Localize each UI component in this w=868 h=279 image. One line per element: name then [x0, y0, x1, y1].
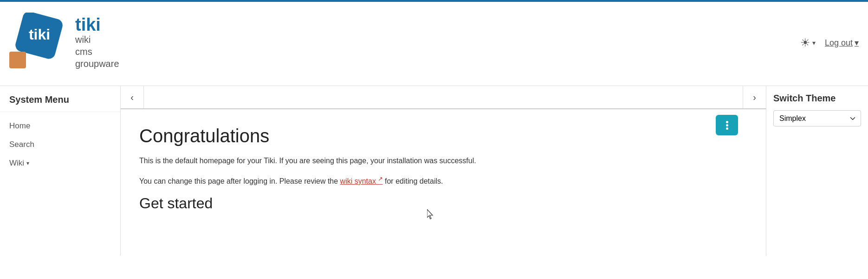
sidebar-item-wiki[interactable]: Wiki ▾ — [0, 154, 120, 173]
logout-button[interactable]: Log out ▾ — [825, 38, 859, 48]
external-link-icon: ↗ — [376, 175, 383, 182]
content-wrapper: ‹ › Congratulatio — [121, 86, 766, 256]
switch-theme-title: Switch Theme — [773, 93, 861, 104]
content-area: Congratulations This is the default home… — [121, 109, 766, 256]
theme-toggle-button[interactable]: ☀ ▾ — [800, 36, 816, 49]
actions-menu-button[interactable] — [716, 115, 738, 135]
sun-icon: ☀ — [800, 36, 810, 49]
logo-subtext: wiki cms groupware — [75, 33, 119, 70]
nav-bar: ‹ › — [121, 86, 766, 109]
logo-text: tiki wiki cms groupware — [75, 16, 119, 70]
get-started-heading: Get started — [139, 195, 747, 212]
logo-badge-icon — [9, 52, 26, 68]
nav-spacer — [144, 86, 743, 108]
logo-brand: tiki — [75, 16, 119, 33]
top-right-controls: ☀ ▾ Log out ▾ — [800, 36, 859, 49]
logout-label: Log out — [825, 38, 853, 48]
chevron-down-icon: ▾ — [812, 39, 816, 46]
sidebar-nav: Home Search Wiki ▾ — [0, 112, 120, 177]
sidebar-link-wiki[interactable]: Wiki — [9, 159, 24, 168]
sidebar-title: System Menu — [0, 91, 120, 112]
sidebar-link-home[interactable]: Home — [9, 121, 30, 130]
main-layout: System Menu Home Search Wiki ▾ ‹ — [0, 86, 868, 256]
wiki-chevron-icon: ▾ — [26, 160, 29, 166]
logout-arrow-icon: ▾ — [855, 38, 859, 48]
sidebar-item-home[interactable]: Home — [0, 117, 120, 135]
logo-area: tiki tiki wiki cms groupware — [9, 13, 119, 73]
sidebar: System Menu Home Search Wiki ▾ — [0, 86, 121, 256]
link-pre-text: You can change this page after logging i… — [139, 177, 340, 185]
right-panel: Switch Theme Simplex Default Cerulean Co… — [766, 86, 868, 256]
nav-prev-button[interactable]: ‹ — [121, 86, 144, 108]
congrats-link-line: You can change this page after logging i… — [139, 174, 557, 187]
nav-next-button[interactable]: › — [743, 86, 766, 108]
sidebar-item-search[interactable]: Search — [0, 135, 120, 154]
sidebar-link-search[interactable]: Search — [9, 140, 34, 149]
chevron-right-icon: › — [753, 92, 756, 103]
wiki-syntax-link[interactable]: wiki syntax ↗ — [340, 177, 383, 185]
page-title: Congratulations — [139, 126, 747, 146]
chevron-left-icon: ‹ — [130, 92, 134, 103]
top-accent-bar — [0, 0, 868, 2]
svg-text:tiki: tiki — [29, 26, 50, 43]
congrats-description: This is the default homepage for your Ti… — [139, 155, 534, 167]
theme-select[interactable]: Simplex Default Cerulean Cosmo Cyborg Da… — [773, 110, 861, 126]
link-post-text: for editing details. — [383, 177, 443, 185]
top-bar: tiki tiki wiki cms groupware ☀ ▾ Log out… — [0, 0, 868, 86]
kebab-icon — [726, 121, 728, 130]
